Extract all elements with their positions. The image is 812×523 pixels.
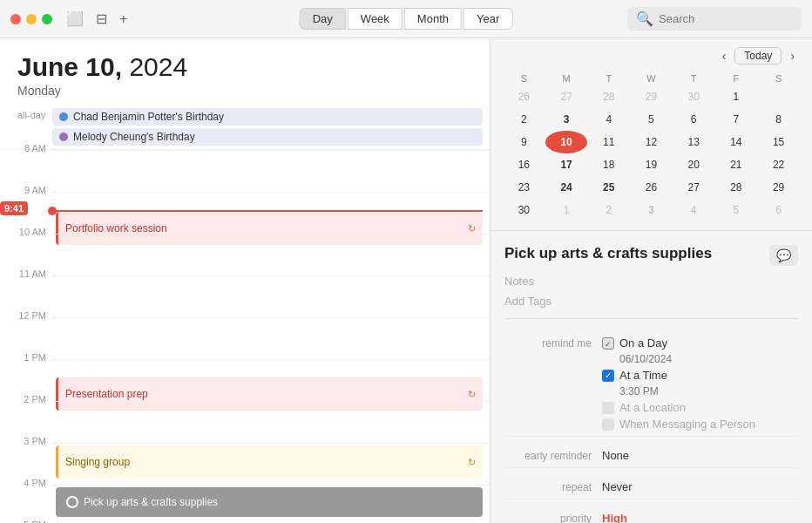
- repeat-icon: ↻: [468, 457, 476, 468]
- cal-day[interactable]: 29: [630, 85, 673, 108]
- cal-day[interactable]: 6: [673, 108, 715, 131]
- cal-day[interactable]: 28: [715, 176, 758, 199]
- cal-day[interactable]: 1: [545, 199, 588, 221]
- week-view-button[interactable]: Week: [348, 8, 403, 30]
- when-messaging-option[interactable]: When Messaging a Person: [602, 418, 798, 431]
- cal-day[interactable]: 12: [630, 131, 673, 153]
- allday-event-0[interactable]: Chad Benjamin Potter's Birthday: [52, 108, 483, 126]
- day-view-button[interactable]: Day: [300, 8, 346, 30]
- cal-day[interactable]: [757, 85, 800, 108]
- cal-day[interactable]: 5: [630, 108, 673, 131]
- day-of-week-s2: S: [757, 71, 800, 85]
- add-icon[interactable]: +: [119, 11, 127, 27]
- next-month-button[interactable]: ›: [785, 47, 800, 65]
- cal-day[interactable]: 30: [503, 199, 545, 221]
- cal-day[interactable]: 24: [545, 176, 588, 199]
- on-a-day-date: 06/10/2024: [619, 353, 798, 365]
- cal-day[interactable]: 14: [715, 131, 758, 153]
- cal-day[interactable]: 2: [503, 108, 545, 131]
- cal-day[interactable]: 27: [545, 85, 588, 108]
- time-row-12pm: 12 PM: [52, 317, 490, 359]
- early-reminder-value[interactable]: None: [602, 449, 798, 462]
- close-button[interactable]: [10, 14, 21, 24]
- cal-day[interactable]: 29: [757, 176, 800, 199]
- note-icon-button[interactable]: 💬: [769, 245, 798, 266]
- cal-day[interactable]: 5: [715, 199, 758, 221]
- at-a-time-option[interactable]: At a Time: [602, 369, 798, 382]
- maximize-button[interactable]: [42, 14, 52, 24]
- time-row-9am: 9 AM 9:41 Portfolio work session ↻: [52, 192, 490, 234]
- priority-value[interactable]: High: [602, 512, 798, 523]
- cal-day[interactable]: 6: [757, 199, 800, 221]
- event-dot: [59, 112, 68, 121]
- cal-day[interactable]: 26: [503, 85, 545, 108]
- cal-day[interactable]: 4: [673, 199, 715, 221]
- prev-month-button[interactable]: ‹: [717, 47, 732, 65]
- repeat-value[interactable]: Never: [602, 480, 798, 493]
- cal-day[interactable]: 18: [587, 153, 630, 176]
- cal-day[interactable]: 19: [630, 153, 673, 176]
- cal-day[interactable]: 13: [673, 131, 715, 153]
- repeat-icon: ↻: [468, 389, 476, 400]
- at-a-location-option[interactable]: At a Location: [602, 401, 798, 414]
- cal-day[interactable]: 30: [673, 85, 715, 108]
- cal-day[interactable]: 26: [630, 176, 673, 199]
- cal-day[interactable]: 21: [715, 153, 758, 176]
- cal-day[interactable]: 11: [587, 131, 630, 153]
- time-label: 2 PM: [4, 394, 46, 404]
- cal-day[interactable]: 10: [545, 131, 588, 153]
- search-input[interactable]: [659, 12, 793, 25]
- allday-section: all-day Chad Benjamin Potter's Birthday …: [0, 105, 490, 150]
- cal-day[interactable]: 28: [587, 85, 630, 108]
- day-title: June 10, 2024: [17, 52, 472, 82]
- when-messaging-checkbox[interactable]: [602, 418, 614, 431]
- allday-event-1[interactable]: Melody Cheung's Birthday: [52, 128, 483, 146]
- day-of-week-t: T: [587, 71, 630, 85]
- titlebar-icons: ⬜ ⊟ +: [66, 10, 127, 27]
- minimize-button[interactable]: [26, 14, 37, 24]
- cal-day[interactable]: 27: [673, 176, 715, 199]
- allday-label: all-day: [17, 110, 45, 120]
- cal-day[interactable]: 8: [757, 108, 800, 131]
- today-button[interactable]: Today: [734, 47, 782, 65]
- right-panel: ‹ Today › S M T W T F S: [490, 38, 812, 523]
- cal-day[interactable]: 20: [673, 153, 715, 176]
- search-icon: 🔍: [636, 10, 653, 27]
- at-a-time-checkbox[interactable]: [602, 370, 614, 382]
- cal-day[interactable]: 25: [587, 176, 630, 199]
- day-of-week-m: M: [545, 71, 588, 85]
- current-time-indicator: 9:41: [52, 210, 483, 212]
- event-singing[interactable]: Singing group ↻: [56, 445, 483, 479]
- cal-day[interactable]: 22: [757, 153, 800, 176]
- event-pickup[interactable]: Pick up arts & crafts supplies: [56, 487, 483, 517]
- cal-day[interactable]: 2: [587, 199, 630, 221]
- early-reminder-label: early reminder: [504, 449, 592, 462]
- day-header: June 10, 2024 Monday: [0, 38, 490, 105]
- repeat-row: repeat Never: [504, 475, 798, 499]
- on-a-day-option[interactable]: ✓ On a Day: [602, 336, 798, 350]
- priority-label: priority: [504, 512, 592, 523]
- year-view-button[interactable]: Year: [464, 8, 512, 30]
- sidebar-icon[interactable]: ⬜: [66, 10, 84, 27]
- cal-day[interactable]: 23: [503, 176, 545, 199]
- cal-day[interactable]: 3: [630, 199, 673, 221]
- day-of-week-f: F: [715, 71, 758, 85]
- month-view-button[interactable]: Month: [404, 8, 462, 30]
- cal-day[interactable]: 1: [715, 85, 758, 108]
- cal-day[interactable]: 9: [503, 131, 545, 153]
- time-label: 11 AM: [4, 268, 46, 279]
- time-grid: 8 AM 9 AM 9:41 Portfolio work session ↻: [0, 150, 490, 523]
- cal-day[interactable]: 16: [503, 153, 545, 176]
- cal-day[interactable]: 3: [545, 108, 588, 131]
- cal-day[interactable]: 17: [545, 153, 588, 176]
- cal-day[interactable]: 4: [587, 108, 630, 131]
- task-notes[interactable]: Notes: [504, 275, 798, 288]
- task-tags[interactable]: Add Tags: [504, 295, 798, 319]
- at-a-location-checkbox[interactable]: [602, 402, 614, 414]
- inbox-icon[interactable]: ⊟: [96, 10, 107, 27]
- day-of-week-s: S: [503, 71, 545, 85]
- on-a-day-checkbox[interactable]: ✓: [602, 337, 614, 350]
- cal-day[interactable]: 7: [715, 108, 758, 131]
- search-bar[interactable]: 🔍: [627, 7, 802, 31]
- cal-day[interactable]: 15: [757, 131, 800, 153]
